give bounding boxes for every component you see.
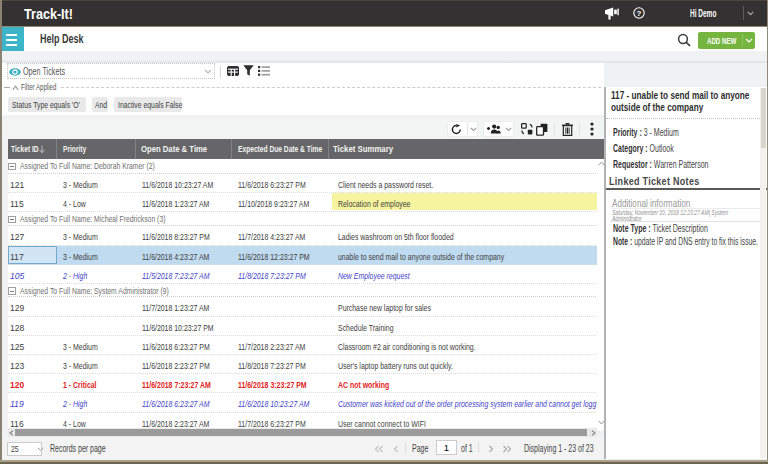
svg-text:?: ? <box>637 9 642 18</box>
